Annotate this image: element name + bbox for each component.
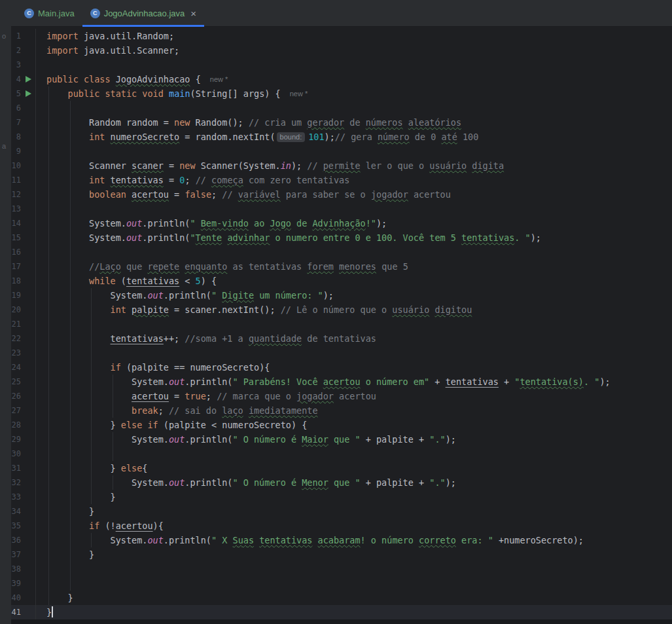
gutter-line-number[interactable]: 27 xyxy=(11,403,21,418)
code-line[interactable]: System.out.println(" X Suas tentativas a… xyxy=(36,533,672,547)
code-line[interactable]: Random random = new Random(); // cria um… xyxy=(36,115,672,130)
gutter-line-number[interactable]: 38 xyxy=(11,562,21,576)
code-line[interactable] xyxy=(36,317,672,331)
code-line[interactable]: } xyxy=(36,605,672,619)
gutter-line-number[interactable]: 14 xyxy=(11,216,21,230)
run-button[interactable] xyxy=(26,90,31,97)
gutter-line-number[interactable]: 34 xyxy=(11,504,21,519)
code-line[interactable]: tentativas++; //soma +1 a quantidade de … xyxy=(36,331,672,346)
code-line[interactable]: int tentativas = 0; // começa com zero t… xyxy=(36,173,672,187)
gutter-line-number[interactable]: 30 xyxy=(11,447,21,461)
editor-row: 18 while (tentativas < 5) { xyxy=(11,274,672,288)
code-line[interactable]: System.out.println(" O número é Maior qu… xyxy=(36,432,672,447)
gutter-line-number[interactable]: 1 xyxy=(11,29,21,43)
code-line[interactable]: System.out.println(" Digite um número: "… xyxy=(36,288,672,303)
gutter-line-number[interactable]: 17 xyxy=(11,259,21,274)
gutter-line-number[interactable]: 18 xyxy=(11,274,21,288)
code-line[interactable]: break; // sai do laço imediatamente xyxy=(36,403,672,418)
gutter-line-number[interactable]: 32 xyxy=(11,475,21,490)
code-editor[interactable]: 1import java.util.Random;2import java.ut… xyxy=(11,27,672,624)
gutter-line-number[interactable]: 16 xyxy=(11,245,21,259)
gutter-line-number[interactable]: 26 xyxy=(11,389,21,403)
code-line[interactable] xyxy=(36,562,672,576)
code-line[interactable]: } xyxy=(36,490,672,504)
code-token: laço xyxy=(222,405,243,416)
gutter-line-number[interactable]: 23 xyxy=(11,346,21,360)
tab-main-java[interactable]: C Main.java xyxy=(16,0,82,26)
gutter-line-number[interactable]: 25 xyxy=(11,375,21,389)
code-line[interactable]: System.out.println(" O número é Menor qu… xyxy=(36,475,672,490)
close-tab-icon[interactable]: × xyxy=(190,9,196,18)
code-line[interactable]: int palpite = scaner.nextInt(); // Lê o … xyxy=(36,303,672,317)
code-line[interactable] xyxy=(36,447,672,461)
code-line[interactable] xyxy=(36,58,672,72)
gutter-line-number[interactable]: 9 xyxy=(11,144,21,158)
code-line[interactable] xyxy=(36,245,672,259)
code-line[interactable]: import java.util.Random; xyxy=(36,29,672,43)
code-line[interactable] xyxy=(36,576,672,591)
code-line[interactable] xyxy=(36,202,672,216)
gutter-line-number[interactable]: 41 xyxy=(11,605,21,619)
code-line[interactable]: System.out.println(" Parabéns! Você acer… xyxy=(36,375,672,389)
code-line[interactable]: } xyxy=(36,547,672,562)
gutter-line-number[interactable]: 40 xyxy=(11,591,21,605)
gutter-line-number[interactable]: 4 xyxy=(11,72,21,86)
code-line[interactable] xyxy=(36,346,672,360)
gutter-line-number[interactable]: 35 xyxy=(11,519,21,533)
inlay-hint[interactable]: new * xyxy=(210,75,228,83)
code-line[interactable]: acertou = true; // marca que o jogador a… xyxy=(36,389,672,403)
code-line[interactable]: Scanner scaner = new Scanner(System.in);… xyxy=(36,158,672,173)
indent-guide xyxy=(70,533,71,547)
run-button[interactable] xyxy=(26,76,31,83)
tab-jogoadvinhacao-java[interactable]: C JogoAdvinhacao.java × xyxy=(82,0,204,26)
gutter-line-number[interactable]: 13 xyxy=(11,202,21,216)
code-line[interactable]: int numeroSecreto = random.nextInt(bound… xyxy=(36,130,672,144)
code-line[interactable]: System.out.println("Tente advinhar o num… xyxy=(36,230,672,245)
code-line[interactable]: } else{ xyxy=(36,461,672,475)
code-line[interactable]: import java.util.Scanner; xyxy=(36,43,672,58)
gutter-line-number[interactable]: 29 xyxy=(11,432,21,447)
code-line[interactable] xyxy=(36,144,672,158)
code-line[interactable]: public static void main(String[] args) {… xyxy=(36,86,672,101)
gutter-line-number[interactable]: 6 xyxy=(11,101,21,115)
code-line[interactable]: if (palpite == numeroSecreto){ xyxy=(36,360,672,375)
gutter-line-number[interactable]: 8 xyxy=(11,130,21,144)
gutter-line-number[interactable]: 33 xyxy=(11,490,21,504)
gutter-line-number[interactable]: 3 xyxy=(11,58,21,72)
gutter-line-number[interactable]: 5 xyxy=(11,86,21,101)
code-line[interactable]: while (tentativas < 5) { xyxy=(36,274,672,288)
toolwindow-stripe-icon[interactable]: o xyxy=(2,33,6,40)
gutter-line-number[interactable]: 10 xyxy=(11,158,21,173)
code-line[interactable] xyxy=(36,101,672,115)
gutter-line-number[interactable]: 24 xyxy=(11,360,21,375)
code-line[interactable]: System.out.println(" Bem-vindo ao Jogo d… xyxy=(36,216,672,230)
gutter-line-number[interactable]: 15 xyxy=(11,230,21,245)
gutter-line-number[interactable]: 20 xyxy=(11,303,21,317)
gutter-line-number[interactable]: 31 xyxy=(11,461,21,475)
gutter-line-number[interactable]: 36 xyxy=(11,533,21,547)
code-line[interactable]: //Laço que repete enquanto as tentativas… xyxy=(36,259,672,274)
gutter-line-number[interactable]: 2 xyxy=(11,43,21,58)
gutter-line-number[interactable]: 22 xyxy=(11,331,21,346)
indent-guide xyxy=(91,360,92,375)
code-line[interactable]: boolean acertou = false; // variável par… xyxy=(36,187,672,202)
code-line[interactable]: } xyxy=(36,591,672,605)
code-line[interactable]: public class JogoAdvinhacao {new * xyxy=(36,72,672,86)
gutter: 16 xyxy=(11,245,36,259)
gutter-line-number[interactable]: 28 xyxy=(11,418,21,432)
code-line[interactable]: } else if (palpite < numeroSecreto) { xyxy=(36,418,672,432)
code-line[interactable]: } xyxy=(36,504,672,519)
gutter-line-number[interactable]: 7 xyxy=(11,115,21,130)
inlay-hint[interactable]: new * xyxy=(290,90,308,98)
gutter-line-number[interactable]: 12 xyxy=(11,187,21,202)
left-toolwindow-strip[interactable]: o a xyxy=(0,0,11,624)
code-line[interactable]: if (!acertou){ xyxy=(36,519,672,533)
gutter-line-number[interactable]: 39 xyxy=(11,576,21,591)
gutter-line-number[interactable]: 19 xyxy=(11,288,21,303)
gutter-line-number[interactable]: 37 xyxy=(11,547,21,562)
gutter-line-number[interactable]: 11 xyxy=(11,173,21,187)
indent-guide xyxy=(48,101,49,115)
toolwindow-stripe-icon[interactable]: a xyxy=(2,143,6,150)
gutter-line-number[interactable]: 21 xyxy=(11,317,21,331)
indent-guide xyxy=(48,447,49,461)
